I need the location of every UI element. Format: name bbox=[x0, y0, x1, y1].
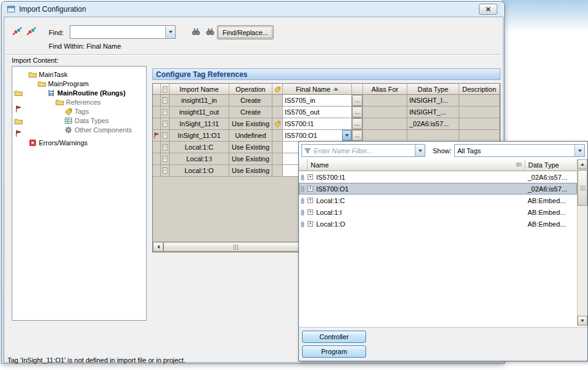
browser-col-datatype[interactable]: Data Type bbox=[525, 159, 577, 171]
error-icon bbox=[28, 139, 37, 147]
final-name-combobox[interactable]: IS5700:O1 bbox=[283, 130, 352, 142]
description-cell bbox=[459, 107, 500, 118]
tree-item-other-components[interactable]: Other Components bbox=[64, 125, 132, 134]
expand-icon[interactable] bbox=[308, 186, 313, 191]
scrollbar-thumb[interactable] bbox=[163, 242, 309, 252]
import-name-cell: insight11_in bbox=[169, 95, 229, 107]
browse-button[interactable]: ... bbox=[352, 130, 362, 141]
controller-button[interactable]: Controller bbox=[302, 331, 366, 343]
dropdown-button[interactable] bbox=[342, 130, 351, 141]
import-name-cell: Local:1:I bbox=[169, 153, 229, 165]
final-name-cell[interactable]: IS5705_out bbox=[283, 107, 352, 118]
alias-cell[interactable] bbox=[363, 95, 407, 107]
close-button[interactable]: ✕ bbox=[479, 4, 497, 15]
alias-cell[interactable] bbox=[363, 130, 407, 142]
indicator-cell bbox=[272, 165, 283, 177]
tree-item-errors-warnings[interactable]: Errors/Warnings bbox=[28, 138, 88, 147]
expand-icon[interactable] bbox=[308, 221, 313, 227]
binoculars-icon bbox=[191, 26, 201, 36]
final-name-cell[interactable]: IS5700:I1 bbox=[283, 118, 352, 130]
expand-icon[interactable] bbox=[308, 198, 313, 203]
col-alias-for[interactable]: Alias For bbox=[363, 84, 407, 95]
show-combobox[interactable]: All Tags bbox=[454, 144, 585, 157]
routine-ladder-icon bbox=[47, 89, 55, 97]
operation-cell[interactable]: Create bbox=[229, 95, 272, 107]
browse-cell[interactable]: ... bbox=[352, 130, 363, 142]
alias-cell[interactable] bbox=[363, 118, 407, 130]
tree-item-maintask[interactable]: MainTask bbox=[28, 70, 67, 79]
arrow-down-icon bbox=[581, 320, 584, 322]
col-final-name[interactable]: Final Name bbox=[283, 84, 352, 95]
row-icon-cell bbox=[161, 130, 169, 142]
import-name-cell: insight11_out bbox=[169, 107, 229, 118]
operation-cell[interactable]: Use Existing bbox=[229, 142, 272, 153]
tag-row[interactable]: Local:1:O AB:Embed... bbox=[299, 218, 577, 230]
browse-cell[interactable]: ... bbox=[352, 118, 363, 130]
browse-button[interactable]: ... bbox=[352, 118, 362, 129]
status-message: Tag 'InSight_11:O1' is not defined in im… bbox=[7, 356, 186, 364]
operation-cell[interactable]: Undefined bbox=[229, 130, 272, 142]
table-row[interactable]: insight11_out Create IS5705_out ... INSI… bbox=[153, 107, 500, 118]
vertical-scrollbar[interactable] bbox=[577, 159, 587, 326]
tree-item-references[interactable]: References bbox=[55, 97, 100, 107]
tag-row[interactable]: Local:1:C AB:Embed... bbox=[299, 195, 577, 206]
import-content-tree[interactable]: MainTask MainProgram MainRoutine (Rungs)… bbox=[12, 66, 147, 321]
col-data-type[interactable]: Data Type bbox=[407, 84, 459, 95]
col-operation[interactable]: Operation bbox=[229, 84, 272, 95]
doc-icon bbox=[161, 108, 169, 116]
expand-icon[interactable] bbox=[308, 174, 313, 180]
final-name-cell[interactable]: IS5705_in bbox=[283, 95, 352, 107]
find-dropdown-button[interactable] bbox=[165, 26, 175, 38]
table-row[interactable]: InSight_11:O1 Undefined IS5700:O1 ... bbox=[153, 130, 500, 142]
expand-icon[interactable] bbox=[308, 209, 313, 215]
indicator-cell bbox=[272, 130, 283, 142]
table-row[interactable]: insight11_in Create IS5705_in ... INSIGH… bbox=[153, 95, 500, 107]
tree-item-data-types[interactable]: Data Types bbox=[64, 116, 108, 125]
program-button[interactable]: Program bbox=[302, 345, 366, 358]
doc-icon bbox=[161, 97, 169, 104]
browse-button[interactable]: ... bbox=[352, 107, 362, 118]
operation-cell[interactable]: Use Existing bbox=[229, 165, 272, 177]
scroll-up-button[interactable] bbox=[578, 159, 587, 169]
components-gear-icon bbox=[64, 126, 73, 134]
col-import-name[interactable]: Import Name bbox=[169, 84, 229, 95]
prev-import-marker-button[interactable] bbox=[10, 24, 25, 38]
operation-cell[interactable]: Create bbox=[229, 107, 272, 118]
panel-title: Configure Tag References bbox=[152, 68, 500, 80]
find-input[interactable] bbox=[70, 28, 165, 36]
chevron-down-icon bbox=[345, 134, 349, 137]
tag-row-selected[interactable]: IS5700:O1 _02A6:is57... bbox=[299, 183, 577, 195]
find-next-button[interactable] bbox=[189, 25, 203, 38]
find-replace-button[interactable]: Find/Replace... bbox=[217, 25, 274, 39]
browse-cell[interactable]: ... bbox=[352, 95, 363, 107]
scroll-left-button[interactable] bbox=[153, 242, 163, 252]
name-filter-combobox[interactable] bbox=[301, 144, 425, 157]
browse-button[interactable]: ... bbox=[352, 95, 362, 106]
row-icon-cell bbox=[161, 95, 169, 107]
find-all-button[interactable] bbox=[203, 25, 218, 38]
tag-row[interactable]: Local:1:I AB:Embed... bbox=[299, 206, 577, 218]
find-combobox[interactable] bbox=[70, 25, 176, 39]
tree-item-mainroutine[interactable]: MainRoutine (Rungs) bbox=[47, 88, 126, 97]
scrollbar-thumb[interactable] bbox=[578, 170, 587, 206]
table-row[interactable]: InSight_11:I1 Use Existing IS5700:I1 ...… bbox=[153, 118, 500, 130]
show-dropdown-button[interactable] bbox=[574, 145, 584, 156]
title-bar[interactable]: Import Configuration bbox=[2, 2, 504, 17]
operation-cell[interactable]: Use Existing bbox=[229, 118, 272, 130]
filter-dropdown-button[interactable] bbox=[415, 145, 425, 156]
folder-marker-icon bbox=[14, 117, 23, 126]
window-title: Import Configuration bbox=[19, 5, 86, 14]
name-filter-input[interactable] bbox=[311, 147, 415, 155]
tree-item-mainprogram[interactable]: MainProgram bbox=[38, 79, 89, 88]
next-import-marker-button[interactable] bbox=[24, 24, 39, 38]
col-description[interactable]: Description bbox=[459, 84, 500, 95]
operation-cell[interactable]: Use Existing bbox=[229, 153, 272, 165]
binoculars-icon bbox=[205, 26, 215, 36]
browser-col-name[interactable]: Name bbox=[308, 159, 525, 171]
tag-row[interactable]: IS5700:I1 _02A6:is57... bbox=[299, 171, 577, 183]
browse-cell[interactable]: ... bbox=[352, 107, 363, 118]
scroll-down-button[interactable] bbox=[578, 316, 587, 326]
alias-cell[interactable] bbox=[363, 107, 407, 118]
chevron-down-icon bbox=[419, 150, 422, 152]
tree-item-tags[interactable]: Tags bbox=[64, 107, 89, 116]
